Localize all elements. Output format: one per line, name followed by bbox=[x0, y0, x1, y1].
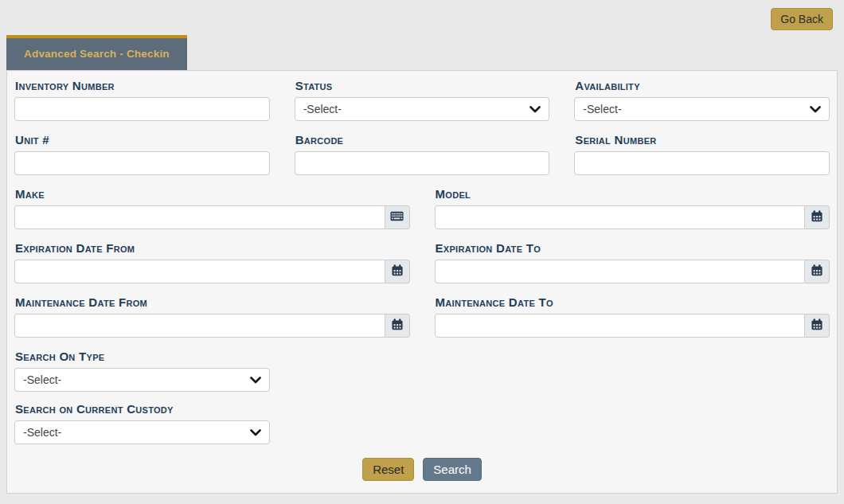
expiration-date-from-input[interactable] bbox=[14, 260, 385, 283]
barcode-label: Barcode bbox=[295, 133, 550, 147]
keyboard-icon bbox=[390, 210, 404, 225]
maintenance-date-from-label: Maintenance Date From bbox=[15, 295, 410, 309]
advanced-search-panel: Inventory Number Status -Select- Availab… bbox=[6, 70, 838, 494]
serial-number-label: Serial Number bbox=[575, 133, 830, 147]
calendar-icon bbox=[392, 264, 403, 279]
search-button[interactable]: Search bbox=[423, 458, 482, 481]
expiration-date-from-calendar-button[interactable] bbox=[385, 260, 410, 283]
maintenance-date-to-calendar-button[interactable] bbox=[805, 314, 830, 338]
maintenance-date-from-calendar-button[interactable] bbox=[385, 314, 410, 338]
calendar-icon bbox=[811, 210, 823, 225]
search-on-current-custody-select[interactable]: -Select- bbox=[14, 420, 270, 444]
field-barcode: Barcode bbox=[295, 131, 550, 175]
maintenance-date-to-label: Maintenance Date To bbox=[436, 295, 830, 309]
field-maintenance-date-to: Maintenance Date To bbox=[435, 294, 830, 338]
search-on-current-custody-label: Search on Current Custody bbox=[15, 402, 270, 416]
calendar-icon bbox=[811, 318, 823, 334]
status-label: Status bbox=[295, 79, 550, 92]
status-select[interactable]: -Select- bbox=[295, 97, 550, 121]
expiration-date-to-label: Expiration Date To bbox=[436, 241, 830, 255]
reset-button[interactable]: Reset bbox=[362, 458, 414, 481]
unit-number-input[interactable] bbox=[14, 151, 270, 175]
field-expiration-date-to: Expiration Date To bbox=[435, 240, 830, 283]
expiration-date-to-input[interactable] bbox=[435, 260, 806, 283]
field-search-on-current-custody: Search on Current Custody -Select- bbox=[14, 402, 270, 444]
search-on-type-select[interactable]: -Select- bbox=[14, 368, 270, 392]
chevron-down-icon bbox=[810, 106, 821, 113]
availability-label: Availability bbox=[575, 79, 830, 92]
calendar-icon bbox=[392, 318, 403, 334]
search-on-current-custody-selected-value: -Select- bbox=[23, 426, 61, 439]
field-search-on-type: Search On Type -Select- bbox=[14, 350, 270, 392]
field-serial-number: Serial Number bbox=[574, 131, 830, 175]
field-maintenance-date-from: Maintenance Date From bbox=[14, 294, 410, 338]
field-expiration-date-from: Expiration Date From bbox=[14, 240, 410, 283]
expiration-date-to-calendar-button[interactable] bbox=[805, 260, 830, 283]
chevron-down-icon bbox=[250, 377, 261, 384]
field-status: Status -Select- bbox=[295, 77, 550, 121]
maintenance-date-from-input[interactable] bbox=[14, 314, 385, 338]
field-make: Make bbox=[14, 186, 410, 229]
field-model: Model bbox=[435, 186, 830, 229]
model-label: Model bbox=[436, 187, 830, 201]
calendar-icon bbox=[811, 264, 823, 279]
field-availability: Availability -Select- bbox=[574, 77, 830, 121]
status-selected-value: -Select- bbox=[303, 103, 342, 115]
tab-bar: Advanced Search - Checkin bbox=[6, 35, 844, 70]
chevron-down-icon bbox=[250, 429, 261, 436]
search-on-type-selected-value: -Select- bbox=[23, 373, 61, 386]
make-addon-button[interactable] bbox=[385, 205, 410, 229]
make-label: Make bbox=[15, 187, 410, 201]
maintenance-date-to-input[interactable] bbox=[435, 314, 806, 338]
model-input[interactable] bbox=[435, 205, 806, 229]
availability-selected-value: -Select- bbox=[583, 103, 621, 115]
make-input[interactable] bbox=[14, 205, 385, 229]
inventory-number-input[interactable] bbox=[14, 97, 270, 121]
expiration-date-from-label: Expiration Date From bbox=[15, 241, 410, 255]
form-actions: Reset Search bbox=[14, 458, 830, 481]
field-inventory-number: Inventory Number bbox=[14, 77, 270, 121]
serial-number-input[interactable] bbox=[574, 151, 830, 175]
go-back-button[interactable]: Go Back bbox=[771, 8, 833, 30]
model-addon-button[interactable] bbox=[805, 205, 830, 229]
inventory-number-label: Inventory Number bbox=[15, 79, 270, 92]
field-unit-number: Unit # bbox=[14, 131, 270, 175]
unit-number-label: Unit # bbox=[15, 133, 270, 147]
barcode-input[interactable] bbox=[295, 151, 550, 175]
availability-select[interactable]: -Select- bbox=[574, 97, 830, 121]
search-on-type-label: Search On Type bbox=[15, 350, 270, 363]
tab-advanced-search-checkin[interactable]: Advanced Search - Checkin bbox=[6, 35, 187, 70]
chevron-down-icon bbox=[529, 106, 541, 113]
